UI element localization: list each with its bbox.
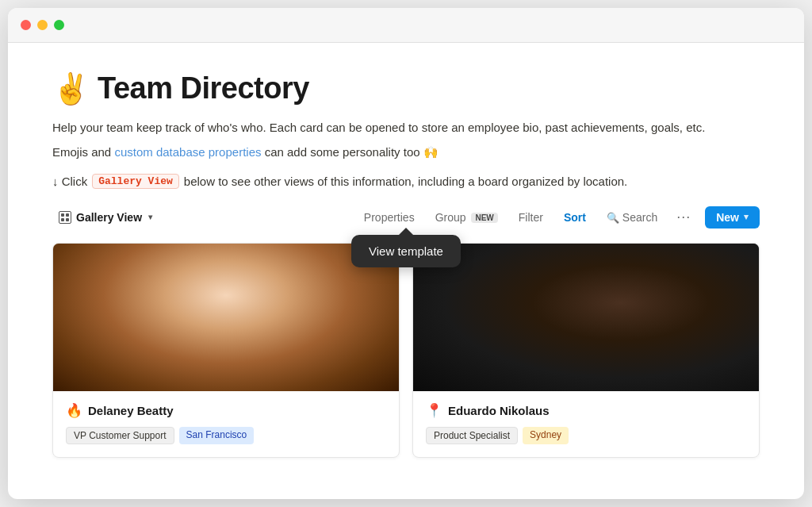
card-role-tag: VP Customer Support <box>66 427 174 444</box>
card-location-tag: San Francisco <box>179 427 255 444</box>
gallery-icon <box>59 211 71 224</box>
gallery-grid: 🔥 Delaney Beatty VP Customer Support San… <box>52 243 760 458</box>
filter-button[interactable]: Filter <box>514 208 548 227</box>
card-location-tag: Sydney <box>523 427 569 444</box>
card-role-tag: Product Specialist <box>426 427 518 444</box>
new-badge: NEW <box>471 213 497 223</box>
card-name: Delaney Beatty <box>88 404 174 417</box>
card-name: Eduardo Nikolaus <box>448 404 550 417</box>
card-tags: Product Specialist Sydney <box>426 427 746 444</box>
view-template-tooltip: View template <box>351 235 461 267</box>
search-icon: 🔍 <box>607 212 619 224</box>
card-body: 🔥 Delaney Beatty VP Customer Support San… <box>53 391 399 457</box>
app-window: ✌️ Team Directory Help your team keep tr… <box>8 8 804 499</box>
more-options-button[interactable]: ··· <box>673 207 694 227</box>
new-entry-button[interactable]: New ▾ <box>705 206 760 229</box>
gallery-card[interactable]: 🔥 Delaney Beatty VP Customer Support San… <box>52 243 400 458</box>
new-button-caret-icon: ▾ <box>744 212 749 222</box>
tooltip-wrapper: View template <box>351 235 461 267</box>
card-tags: VP Customer Support San Francisco <box>66 427 386 444</box>
sort-button[interactable]: Sort <box>559 208 591 227</box>
card-name-row: 📍 Eduardo Nikolaus <box>426 402 746 419</box>
card-emoji: 📍 <box>426 402 442 419</box>
description-line-1: Help your team keep track of who's who. … <box>52 118 750 138</box>
toolbar: Gallery View ▾ View template Properties … <box>52 206 760 229</box>
page-title: Team Directory <box>98 71 309 106</box>
search-button[interactable]: 🔍 Search <box>602 208 662 227</box>
gallery-view-label: Gallery View <box>76 211 142 224</box>
card-emoji: 🔥 <box>66 402 82 419</box>
minimize-button[interactable] <box>37 20 48 30</box>
tooltip-arrow <box>399 228 413 235</box>
titlebar <box>8 8 804 43</box>
custom-properties-link[interactable]: custom database properties <box>114 145 261 159</box>
properties-button[interactable]: Properties <box>359 208 419 227</box>
card-body: 📍 Eduardo Nikolaus Product Specialist Sy… <box>413 391 759 457</box>
maximize-button[interactable] <box>54 20 64 30</box>
card-image <box>413 244 759 391</box>
gallery-view-hint-badge: Gallery View <box>92 174 179 189</box>
card-name-row: 🔥 Delaney Beatty <box>66 402 386 419</box>
close-button[interactable] <box>21 20 31 30</box>
card-image <box>53 244 399 391</box>
page-title-row: ✌️ Team Directory <box>52 71 760 106</box>
toolbar-left: Gallery View ▾ <box>52 207 159 228</box>
toolbar-right: Properties Group NEW Filter Sort 🔍 Searc… <box>359 206 760 229</box>
chevron-down-icon: ▾ <box>148 213 152 221</box>
page-content: ✌️ Team Directory Help your team keep tr… <box>8 43 804 483</box>
group-button[interactable]: Group NEW <box>431 208 503 227</box>
description-line-2: Emojis and custom database properties ca… <box>52 143 750 163</box>
gallery-view-button[interactable]: Gallery View ▾ <box>52 207 159 228</box>
title-emoji: ✌️ <box>52 74 90 104</box>
click-hint: ↓ Click Gallery View below to see other … <box>52 174 760 189</box>
gallery-card[interactable]: 📍 Eduardo Nikolaus Product Specialist Sy… <box>412 243 760 458</box>
